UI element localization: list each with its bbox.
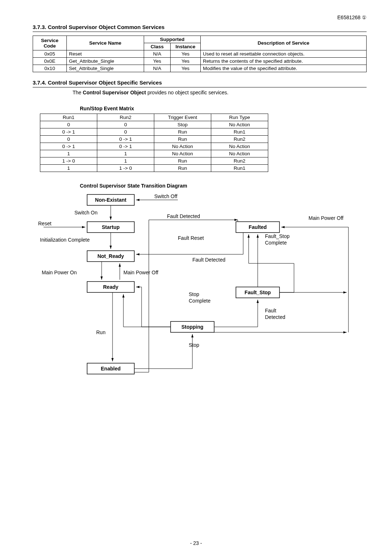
label-fault-stop-l2: Complete — [265, 240, 287, 246]
cell: No Action — [211, 143, 268, 150]
cell: Stop — [154, 121, 211, 128]
cell: Run — [154, 157, 211, 165]
label-run: Run — [96, 329, 106, 335]
cell: 0 — [97, 121, 154, 128]
label-fault-stop-l1: Fault_Stop — [265, 233, 290, 239]
table-row: 00 -> 1RunRun2 — [40, 136, 268, 143]
label-fault-reset: Fault Reset — [178, 235, 204, 241]
th-class: Class — [144, 43, 171, 50]
cell: Set_Attribute_Single — [67, 65, 144, 72]
diagram-svg: Non-Existant Switch Off Switch On Startu… — [33, 191, 367, 387]
cell: Run — [154, 128, 211, 136]
label-stop: Stop — [189, 342, 199, 348]
table-row: 11 -> 0RunRun1 — [40, 165, 268, 172]
label-fault-detected-1: Fault Detected — [167, 213, 200, 219]
cell: Used to reset all resettable connection … — [201, 50, 367, 58]
label-stop-complete-l2: Complete — [189, 298, 211, 304]
th-run1: Run1 — [40, 114, 97, 121]
box-ready: Ready — [103, 284, 118, 290]
table-row: 0 -> 10 -> 1No ActionNo Action — [40, 143, 268, 150]
cell: No Action — [154, 143, 211, 150]
cell: N/A — [144, 65, 171, 72]
th-instance: Instance — [171, 43, 201, 50]
table-row: 00StopNo Action — [40, 121, 268, 128]
table-row: 0x05 Reset N/A Yes Used to reset all res… — [33, 50, 367, 58]
cell: Yes — [144, 58, 171, 65]
cell: 0 -> 1 — [97, 143, 154, 150]
matrix-table: Run1 Run2 Trigger Event Run Type 00StopN… — [40, 114, 268, 172]
label-switch-on: Switch On — [74, 210, 98, 216]
cell: Run2 — [211, 157, 268, 165]
cell: N/A — [144, 50, 171, 58]
section-373-heading: 3.7.3. Control Supervisor Object Common … — [33, 24, 367, 32]
box-fault-stop: Fault_Stop — [245, 290, 271, 295]
table-row: 0x10 Set_Attribute_Single N/A Yes Modifi… — [33, 65, 367, 72]
state-diagram: Non-Existant Switch Off Switch On Startu… — [33, 191, 367, 388]
cell: 1 -> 0 — [97, 165, 154, 172]
box-faulted: Faulted — [249, 224, 267, 230]
label-switch-off: Switch Off — [154, 193, 177, 199]
label-main-power-off-1: Main Power Off — [309, 215, 343, 221]
cell: 1 -> 0 — [40, 157, 97, 165]
cell: Reset — [67, 50, 144, 58]
th-desc: Description of Service — [201, 36, 367, 50]
text-prefix: The — [73, 90, 83, 95]
cell: Returns the contents of the specified at… — [201, 58, 367, 65]
specific-services-body: The Control Supervisor Object provides n… — [73, 90, 367, 95]
cell: 0x0E — [33, 58, 67, 65]
cell: Modifies the value of the specified attr… — [201, 65, 367, 72]
cell: 1 — [40, 165, 97, 172]
label-detected: Detected — [265, 314, 285, 320]
cell: Run1 — [211, 128, 268, 136]
table-row: 0 -> 10RunRun1 — [40, 128, 268, 136]
section-374-heading: 3.7.4. Control Supervisor Object Specifi… — [33, 79, 367, 87]
cell: 0 — [40, 136, 97, 143]
cell: No Action — [211, 150, 268, 157]
diagram-heading: Control Supervisor State Transition Diag… — [80, 183, 367, 189]
label-reset: Reset — [38, 221, 52, 226]
text-bold: Control Supervisor Object — [83, 90, 146, 95]
services-table: Service Code Service Name Supported Desc… — [33, 36, 367, 72]
box-not-ready: Not_Ready — [97, 253, 124, 259]
cell: 0 -> 1 — [40, 143, 97, 150]
document-id: E6581268 ① — [33, 15, 367, 20]
box-non-existant: Non-Existant — [95, 197, 127, 203]
cell: 0x10 — [33, 65, 67, 72]
box-enabled: Enabled — [101, 366, 121, 372]
cell: Yes — [171, 65, 201, 72]
cell: Yes — [171, 50, 201, 58]
cell: 1 — [40, 150, 97, 157]
page-number: - 23 - — [0, 540, 392, 546]
label-fault-detected-2: Fault Detected — [192, 257, 225, 263]
table-row: 1 -> 01RunRun2 — [40, 157, 268, 165]
th-name: Service Name — [67, 36, 144, 50]
cell: Run — [154, 165, 211, 172]
cell: Run — [154, 136, 211, 143]
cell: Run2 — [211, 136, 268, 143]
th-code: Service Code — [33, 36, 67, 50]
label-fault: Fault — [265, 308, 276, 313]
cell: 0x05 — [33, 50, 67, 58]
table-row: 0x0E Get_Attribute_Single Yes Yes Return… — [33, 58, 367, 65]
box-stopping: Stopping — [181, 324, 204, 330]
th-supported: Supported — [144, 36, 201, 43]
cell: Yes — [171, 58, 201, 65]
cell: 0 -> 1 — [40, 128, 97, 136]
cell: 1 — [97, 157, 154, 165]
cell: 0 — [40, 121, 97, 128]
label-main-power-off-2: Main Power Off — [123, 270, 158, 275]
text-suffix: provides no object specific services. — [146, 90, 228, 95]
table-row: 11No ActionNo Action — [40, 150, 268, 157]
label-init-complete: Initialization Complete — [40, 237, 90, 243]
box-startup: Startup — [102, 224, 120, 230]
cell: 0 — [97, 128, 154, 136]
th-type: Run Type — [211, 114, 268, 121]
cell: 0 -> 1 — [97, 136, 154, 143]
label-stop-complete-l1: Stop — [189, 291, 199, 297]
cell: No Action — [154, 150, 211, 157]
label-main-power-on: Main Power On — [42, 270, 77, 275]
cell: Run1 — [211, 165, 268, 172]
cell: No Action — [211, 121, 268, 128]
th-run2: Run2 — [97, 114, 154, 121]
th-trigger: Trigger Event — [154, 114, 211, 121]
